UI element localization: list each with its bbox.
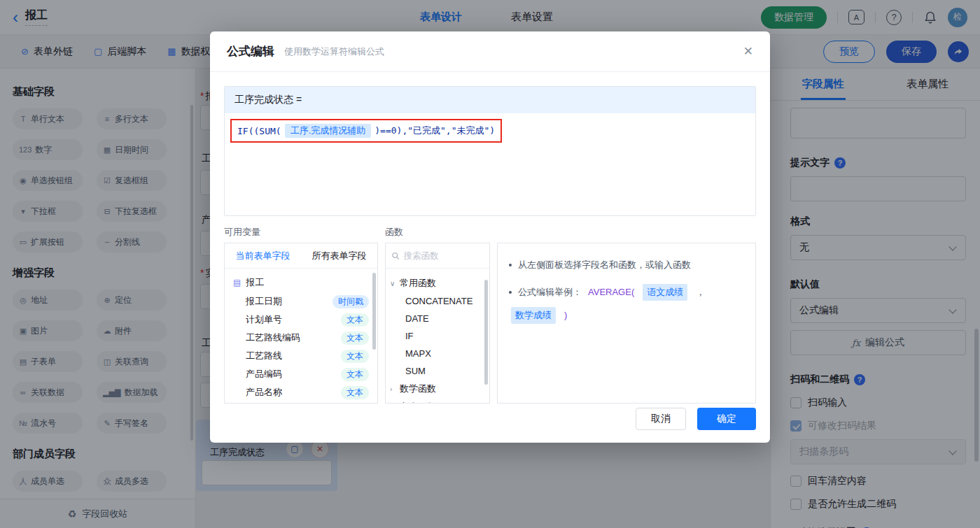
variable-row[interactable]: 工艺路线文本	[225, 347, 377, 365]
variables-tabs: 当前表单字段 所有表单字段	[225, 243, 377, 269]
variable-row[interactable]: 报工日期时间戳	[225, 292, 377, 311]
function-item[interactable]: DATE	[390, 310, 485, 327]
chevron-down-icon: ∨	[390, 280, 396, 287]
field-chip[interactable]: 工序.完成情况辅助	[285, 124, 372, 138]
functions-scrollbar[interactable]	[484, 280, 488, 385]
help-tip-2: 公式编辑举例：AVERAGE(语文成绩，数学成绩)	[509, 284, 744, 324]
formula-help-panel: 从左侧面板选择字段名和函数，或输入函数 公式编辑举例：AVERAGE(语文成绩，…	[497, 243, 756, 404]
panel-labels: 可用变量 函数	[224, 226, 756, 238]
formula-target: 工序完成状态 =	[225, 87, 755, 113]
variable-row[interactable]: 计划单号文本	[225, 311, 377, 329]
bullet	[509, 264, 512, 266]
file-icon: ▤	[233, 278, 241, 287]
functions-panel: ∨常用函数 CONCATENATE DATE IF MAPX SUM ›数学函数…	[385, 243, 490, 404]
type-badge: 文本	[341, 331, 369, 345]
modal-title: 公式编辑	[227, 43, 274, 59]
formula-expression[interactable]: IF((SUM(工序.完成情况辅助)==0),"已完成","未完成")	[230, 119, 502, 143]
app-screen: ‹ 报工 表单设计 表单设置 数据管理 A ? 检 ⊘表单外链 ▢后端脚本 ▦数…	[0, 0, 980, 528]
panel-row: 当前表单字段 所有表单字段 ▤报工 报工日期时间戳 计划单号文本 工艺路线编码文…	[224, 243, 756, 404]
field-chip: 数学成绩	[511, 307, 556, 324]
function-item[interactable]: CONCATENATE	[390, 292, 485, 310]
chevron-right-icon: ›	[390, 385, 396, 393]
variables-scrollbar[interactable]	[372, 273, 376, 350]
functions-label: 函数	[385, 226, 490, 238]
chevron-right-icon: ›	[390, 404, 396, 404]
cancel-button[interactable]: 取消	[636, 408, 686, 430]
modal-header: 公式编辑 使用数学运算符编辑公式 ✕	[210, 31, 770, 72]
confirm-button[interactable]: 确定	[697, 408, 756, 430]
variables-root[interactable]: ▤报工	[225, 274, 377, 292]
function-item[interactable]: SUM	[390, 362, 485, 380]
type-badge: 文本	[341, 350, 369, 363]
formula-input[interactable]: IF((SUM(工序.完成情况辅助)==0),"已完成","未完成")	[225, 113, 755, 215]
variable-row[interactable]: 产品名称文本	[225, 383, 377, 401]
function-group-math[interactable]: ›数学函数	[390, 380, 485, 398]
variable-row[interactable]: 产品编码文本	[225, 365, 377, 383]
formula-editor-modal: 公式编辑 使用数学运算符编辑公式 ✕ 工序完成状态 = IF((SUM(工序.完…	[210, 31, 770, 443]
bullet	[509, 291, 512, 294]
function-search-input[interactable]	[403, 251, 483, 261]
field-chip: 语文成绩	[643, 284, 687, 301]
variables-panel: 当前表单字段 所有表单字段 ▤报工 报工日期时间戳 计划单号文本 工艺路线编码文…	[224, 243, 378, 404]
function-example: AVERAGE(	[588, 285, 634, 300]
tab-current-form-fields[interactable]: 当前表单字段	[225, 243, 301, 268]
function-group-common[interactable]: ∨常用函数	[390, 274, 485, 292]
modal-footer: 取消 确定	[636, 408, 756, 430]
function-item[interactable]: IF	[390, 327, 485, 345]
function-item[interactable]: MAPX	[390, 345, 485, 362]
function-search	[386, 243, 489, 269]
variables-tree: ▤报工 报工日期时间戳 计划单号文本 工艺路线编码文本 工艺路线文本 产品编码文…	[225, 269, 377, 404]
modal-subtitle: 使用数学运算符编辑公式	[284, 45, 384, 58]
variable-row[interactable]: 工艺路线编码文本	[225, 329, 377, 347]
tab-all-form-fields[interactable]: 所有表单字段	[301, 243, 377, 268]
close-icon[interactable]: ✕	[743, 44, 753, 59]
help-tip-1: 从左侧面板选择字段名和函数，或输入函数	[509, 257, 744, 273]
variables-label: 可用变量	[224, 226, 378, 238]
function-group-text[interactable]: ›文本函数	[390, 398, 485, 404]
type-badge: 文本	[341, 386, 369, 399]
search-icon	[392, 252, 399, 260]
formula-area: 工序完成状态 = IF((SUM(工序.完成情况辅助)==0),"已完成","未…	[224, 86, 756, 216]
function-example-close: )	[564, 308, 567, 323]
type-badge: 文本	[341, 313, 369, 327]
function-tree: ∨常用函数 CONCATENATE DATE IF MAPX SUM ›数学函数…	[386, 269, 489, 404]
type-badge: 时间戳	[332, 295, 369, 308]
type-badge: 文本	[341, 368, 369, 381]
